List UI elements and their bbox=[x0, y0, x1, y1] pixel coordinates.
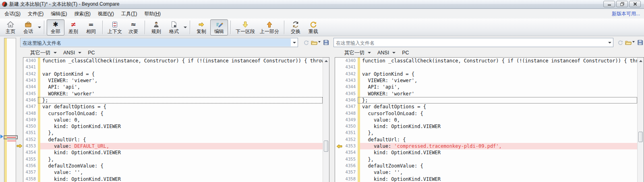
right-save-button[interactable] bbox=[636, 38, 644, 47]
right-scrollbar[interactable] bbox=[637, 58, 644, 182]
code-line[interactable]: 4356 defaultZoomValue: { bbox=[23, 163, 323, 169]
left-filename-dropdown[interactable] bbox=[291, 38, 298, 47]
left-scrollbar[interactable] bbox=[323, 58, 329, 182]
code-line[interactable]: 4346}; bbox=[23, 97, 323, 103]
line-ending-pc[interactable]: PC bbox=[88, 50, 95, 56]
menu-item-session[interactable]: 会话(S) bbox=[1, 9, 24, 19]
code-line[interactable]: 4354 kind: OptionKind.VIEWER bbox=[335, 149, 637, 156]
code-line[interactable]: 4351 }, bbox=[335, 130, 637, 136]
code-line[interactable]: 4347var defaultOptions = { bbox=[23, 103, 323, 110]
code-text[interactable]: defaultUrl: { bbox=[360, 136, 637, 143]
code-line[interactable]: 4353 value: 'compressed.tracemonkey-pldi… bbox=[335, 143, 637, 149]
code-text[interactable]: kind: OptionKind.VIEWER bbox=[40, 123, 323, 130]
left-save-button[interactable] bbox=[322, 38, 330, 47]
right-browse-button[interactable] bbox=[624, 38, 632, 47]
code-text[interactable]: }, bbox=[360, 130, 637, 136]
toolbar-button-edit[interactable]: 编辑 bbox=[210, 19, 228, 35]
code-line[interactable]: 4343 VIEWER: 'viewer', bbox=[335, 77, 637, 84]
code-text[interactable]: API: 'api', bbox=[360, 84, 637, 90]
code-text[interactable]: }, bbox=[40, 130, 323, 136]
code-line[interactable]: 4352 defaultUrl: { bbox=[23, 136, 323, 143]
scroll-up-button[interactable] bbox=[638, 58, 644, 64]
toolbar-button-prev-part[interactable]: 上一部分 bbox=[257, 19, 282, 35]
left-browse-button[interactable] bbox=[310, 38, 318, 47]
code-line[interactable]: 4349 value: 0, bbox=[335, 117, 637, 123]
format-everything-else[interactable]: 其它一切 bbox=[344, 50, 364, 56]
code-line[interactable]: 4346}; bbox=[335, 97, 637, 103]
code-line[interactable]: 4353 value: DEFAULT_URL, bbox=[23, 143, 323, 149]
menu-item-tools[interactable]: 工具(T) bbox=[118, 9, 141, 19]
code-line[interactable]: 4350 kind: OptionKind.VIEWER bbox=[335, 123, 637, 130]
code-line[interactable]: 4348 cursorToolOnLoad: { bbox=[23, 110, 323, 117]
toolbar-button-reload[interactable]: 重载 bbox=[304, 19, 322, 35]
code-text[interactable]: defaultUrl: { bbox=[40, 136, 323, 143]
line-ending-pc[interactable]: PC bbox=[402, 50, 409, 56]
toolbar-button-home[interactable]: 主页 bbox=[2, 19, 19, 35]
code-text[interactable]: VIEWER: 'viewer', bbox=[360, 77, 637, 84]
code-text[interactable]: WORKER: 'worker' bbox=[40, 91, 323, 97]
code-line[interactable]: 4356 defaultZoomValue: { bbox=[335, 163, 637, 169]
code-line[interactable]: 4342var OptionKind = { bbox=[335, 71, 637, 77]
code-line[interactable]: 4342var OptionKind = { bbox=[23, 71, 323, 77]
code-text[interactable]: function _classCallCheck(instance, Const… bbox=[360, 58, 637, 64]
toolbar-button-context[interactable]: 上下文 bbox=[105, 19, 124, 35]
menu-item-view[interactable]: 视图(V) bbox=[94, 9, 118, 19]
code-line[interactable]: 4352 defaultUrl: { bbox=[335, 136, 637, 143]
menu-item-edit[interactable]: 编辑(E) bbox=[47, 9, 70, 19]
close-button[interactable] bbox=[629, 1, 641, 7]
code-line[interactable]: 4358 kind: OptionKind.VIEWER bbox=[23, 176, 323, 182]
toolbar-button-next-section[interactable]: 下一区段 bbox=[233, 19, 257, 35]
code-text[interactable]: kind: OptionKind.VIEWER bbox=[360, 176, 637, 182]
toolbar-button-differences[interactable]: ≠差别 bbox=[64, 19, 82, 35]
code-line[interactable]: 4345 WORKER: 'worker' bbox=[23, 91, 323, 97]
code-text[interactable]: kind: OptionKind.VIEWER bbox=[360, 149, 637, 156]
right-filename-dropdown[interactable] bbox=[607, 38, 613, 47]
code-line[interactable]: 4348 cursorToolOnLoad: { bbox=[335, 110, 637, 117]
code-text[interactable]: value: 0, bbox=[360, 117, 637, 123]
code-text[interactable]: value: 0, bbox=[40, 117, 323, 123]
toolbar-button-session[interactable]: 会话 bbox=[19, 19, 37, 35]
code-text[interactable]: defaultZoomValue: { bbox=[40, 163, 323, 169]
code-text[interactable]: cursorToolOnLoad: { bbox=[40, 110, 323, 117]
code-line[interactable]: 4358 kind: OptionKind.VIEWER bbox=[335, 176, 637, 182]
code-line[interactable]: 4357 value: '', bbox=[23, 169, 323, 176]
code-text[interactable]: API: 'api', bbox=[40, 84, 323, 90]
code-text[interactable]: defaultZoomValue: { bbox=[360, 163, 637, 169]
code-line[interactable]: 4340function _classCallCheck(instance, C… bbox=[335, 58, 637, 64]
code-line[interactable]: 4355 }, bbox=[335, 156, 637, 163]
left-browse-dropdown[interactable] bbox=[318, 41, 321, 43]
code-text[interactable]: }; bbox=[40, 97, 323, 103]
code-line[interactable]: 4350 kind: OptionKind.VIEWER bbox=[23, 123, 323, 130]
code-text[interactable]: var defaultOptions = { bbox=[360, 103, 637, 110]
minimize-button[interactable] bbox=[603, 1, 615, 7]
code-text[interactable]: function _classCallCheck(instance, Const… bbox=[40, 58, 323, 64]
code-text[interactable]: var OptionKind = { bbox=[40, 71, 323, 77]
dropdown-caret[interactable] bbox=[37, 19, 41, 35]
code-text[interactable]: var defaultOptions = { bbox=[40, 103, 323, 110]
toolbar-button-rules[interactable]: 规则 bbox=[147, 19, 165, 35]
right-filename-combo[interactable]: 在这里输入文件名 bbox=[333, 38, 613, 47]
toolbar-button-minor[interactable]: ≈次要 bbox=[124, 19, 142, 35]
new-version-link[interactable]: 新版本可用... bbox=[612, 10, 640, 17]
dropdown-caret[interactable] bbox=[78, 52, 81, 54]
dropdown-caret[interactable] bbox=[392, 52, 396, 54]
code-text[interactable]: cursorToolOnLoad: { bbox=[360, 110, 637, 117]
code-line[interactable]: 4344 API: 'api', bbox=[23, 84, 323, 90]
code-text[interactable] bbox=[40, 64, 323, 70]
code-line[interactable]: 4345 WORKER: 'worker' bbox=[335, 91, 637, 97]
toolbar-button-all[interactable]: ✱全部 bbox=[47, 19, 64, 35]
code-line[interactable]: 4357 value: '', bbox=[335, 169, 637, 176]
code-text[interactable]: value: 'compressed.tracemonkey-pldi-09.p… bbox=[360, 143, 637, 149]
code-line[interactable]: 4344 API: 'api', bbox=[335, 84, 637, 90]
code-text[interactable]: }, bbox=[360, 156, 637, 163]
menu-item-file[interactable]: 文件(F) bbox=[24, 9, 47, 19]
left-filename-combo[interactable]: 在这里输入文件名 bbox=[20, 38, 298, 47]
menu-item-help[interactable]: 帮助(H) bbox=[141, 9, 164, 19]
code-text[interactable]: value: '', bbox=[360, 169, 637, 176]
menu-item-search[interactable]: 搜索(R) bbox=[70, 9, 94, 19]
toolbar-button-swap[interactable]: 交换 bbox=[287, 19, 304, 35]
code-line[interactable]: 4341 bbox=[23, 64, 323, 70]
code-text[interactable]: value: DEFAULT_URL, bbox=[40, 143, 323, 149]
right-browse-dropdown[interactable] bbox=[632, 41, 635, 43]
toolbar-button-copy[interactable]: 复制 bbox=[193, 19, 210, 35]
